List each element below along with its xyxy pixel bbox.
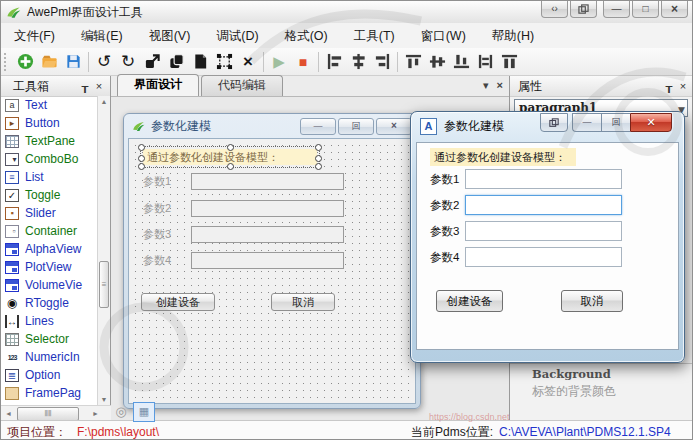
maximize-button[interactable]: 回 (601, 113, 630, 132)
stop-icon[interactable]: ■ (291, 50, 315, 74)
toolbox-item-lines[interactable]: Lines (1, 312, 97, 330)
preview-window[interactable]: A 参数化建模 — 回 ✕ 通过参数化创建设备模型： 参数1 参数2 参数3 参… (410, 111, 685, 363)
param-input[interactable] (465, 247, 622, 267)
tab-list-dropdown-icon[interactable]: ▾ (483, 79, 489, 92)
toolbox-item-framepag[interactable]: FramePag (1, 384, 97, 402)
toolbox-item-combobo[interactable]: ComboBo (1, 150, 97, 168)
param-field[interactable] (191, 252, 344, 269)
toolbox-item-text[interactable]: Text (1, 96, 97, 114)
open-icon[interactable] (37, 50, 61, 74)
close-button[interactable]: ✕ (630, 113, 672, 132)
resize-handle[interactable] (138, 144, 145, 151)
menu-item-2[interactable]: 视图(V) (136, 24, 204, 48)
minimize-button[interactable]: — (572, 113, 601, 132)
align-top-icon[interactable] (401, 50, 425, 74)
param-field[interactable] (191, 173, 344, 190)
param-label[interactable]: 参数3 (143, 226, 171, 243)
align-left-icon[interactable] (322, 50, 346, 74)
designed-window[interactable]: 参数化建模 — 回 × 通过参数化创建设备模型： (123, 113, 421, 409)
param-field[interactable] (191, 226, 344, 243)
resize-handle[interactable] (315, 144, 322, 151)
designed-window-content[interactable]: 通过参数化创建设备模型： 参数1 参数2 (128, 138, 416, 404)
toolbox-item-toggle[interactable]: Toggle (1, 186, 97, 204)
resize-handle[interactable] (315, 163, 322, 170)
param-field[interactable] (191, 200, 344, 217)
paste-icon[interactable] (188, 50, 212, 74)
same-width-icon[interactable] (473, 50, 497, 74)
run-icon[interactable]: ▶ (267, 50, 291, 74)
minimize-button[interactable]: — (603, 1, 630, 18)
minimize-icon[interactable]: — (300, 118, 336, 135)
window-copy-button[interactable] (570, 1, 597, 18)
resize-handle[interactable] (315, 155, 322, 162)
save-icon[interactable] (61, 50, 85, 74)
cancel-button[interactable]: 取消 (561, 290, 623, 312)
scroll-left-icon[interactable]: ◄ (2, 407, 15, 420)
toolbox-item-textpane[interactable]: TextPane (1, 132, 97, 150)
align-center-icon[interactable] (346, 50, 370, 74)
menu-item-3[interactable]: 调试(D) (203, 24, 271, 48)
create-device-button[interactable]: 创建设备 (141, 293, 215, 311)
selected-label-control[interactable]: 通过参数化创建设备模型： (140, 146, 320, 168)
delete-icon[interactable]: × (236, 50, 260, 74)
tab-close-icon[interactable]: × (497, 79, 503, 92)
scroll-up-icon[interactable]: ▲ (98, 98, 110, 105)
same-height-icon[interactable] (497, 50, 521, 74)
cancel-button[interactable]: 取消 (271, 293, 335, 311)
scrollbar-thumb[interactable]: ⦀⦀ (17, 407, 79, 421)
param-label[interactable]: 参数4 (143, 252, 171, 269)
pin-icon[interactable]: ┰ (662, 80, 676, 93)
param-input-focused[interactable] (465, 195, 622, 215)
toolbox-horizontal-scrollbar[interactable]: ◄ ⦀⦀ ► (1, 405, 111, 420)
designed-window-titlebar[interactable]: 参数化建模 — 回 × (124, 114, 420, 138)
scrollbar-thumb[interactable]: ≡ (99, 261, 109, 308)
create-device-button[interactable]: 创建设备 (436, 290, 503, 312)
toolbox-item-volumevie[interactable]: VolumeVie (1, 276, 97, 294)
toolbox-item-selector[interactable]: Selector (1, 330, 97, 348)
menu-item-5[interactable]: 工具(T) (341, 24, 408, 48)
layout-switch-button[interactable]: ‹› (541, 1, 568, 18)
toolbox-item-numericin[interactable]: NumericIn (1, 348, 97, 366)
close-icon[interactable]: × (92, 80, 106, 92)
scroll-down-icon[interactable]: ▼ (98, 396, 110, 403)
close-icon[interactable]: × (676, 80, 690, 92)
redo-icon[interactable]: ↻ (116, 50, 140, 74)
select-frame-icon[interactable] (212, 50, 236, 74)
pin-icon[interactable]: ┰ (78, 80, 92, 93)
undo-icon[interactable]: ↺ (92, 50, 116, 74)
restore-icon[interactable]: 回 (338, 118, 374, 135)
toolbox-item-container[interactable]: Container (1, 222, 97, 240)
param-input[interactable] (465, 169, 622, 189)
export-icon[interactable] (140, 50, 164, 74)
resize-handle[interactable] (138, 163, 145, 170)
menu-item-6[interactable]: 窗口(W) (408, 24, 479, 48)
copy-icon[interactable] (164, 50, 188, 74)
menu-item-7[interactable]: 帮助(H) (479, 24, 547, 48)
add-icon[interactable] (13, 50, 37, 74)
tab-interface-design[interactable]: 界面设计 (117, 74, 199, 96)
param-label[interactable]: 参数2 (143, 200, 171, 217)
menu-item-1[interactable]: 编辑(E) (68, 24, 136, 48)
resize-handle[interactable] (138, 155, 145, 162)
toolbox-item-option[interactable]: Option (1, 366, 97, 384)
toolbox-item-slider[interactable]: Slider (1, 204, 97, 222)
menu-item-0[interactable]: 文件(F) (1, 24, 68, 48)
close-button[interactable]: × (661, 1, 688, 18)
render-view-icon[interactable]: ◎ (113, 404, 129, 420)
align-middle-icon[interactable] (425, 50, 449, 74)
maximize-button[interactable]: □ (632, 1, 659, 18)
resize-handle[interactable] (227, 144, 234, 151)
scroll-right-icon[interactable]: ► (89, 407, 102, 420)
toolbar-grip[interactable] (4, 53, 9, 71)
align-bottom-icon[interactable] (449, 50, 473, 74)
toolbox-item-rtoggle[interactable]: RToggle (1, 294, 97, 312)
layout-view-icon[interactable]: ▦ (133, 402, 155, 422)
menu-item-4[interactable]: 格式(O) (272, 24, 341, 48)
align-right-icon[interactable] (370, 50, 394, 74)
resize-handle[interactable] (227, 163, 234, 170)
param-input[interactable] (465, 221, 622, 241)
param-label[interactable]: 参数1 (143, 173, 171, 190)
toolbox-item-alphaview[interactable]: AlphaView (1, 240, 97, 258)
toolbox-item-button[interactable]: Button (1, 114, 97, 132)
close-icon[interactable]: × (376, 118, 412, 135)
